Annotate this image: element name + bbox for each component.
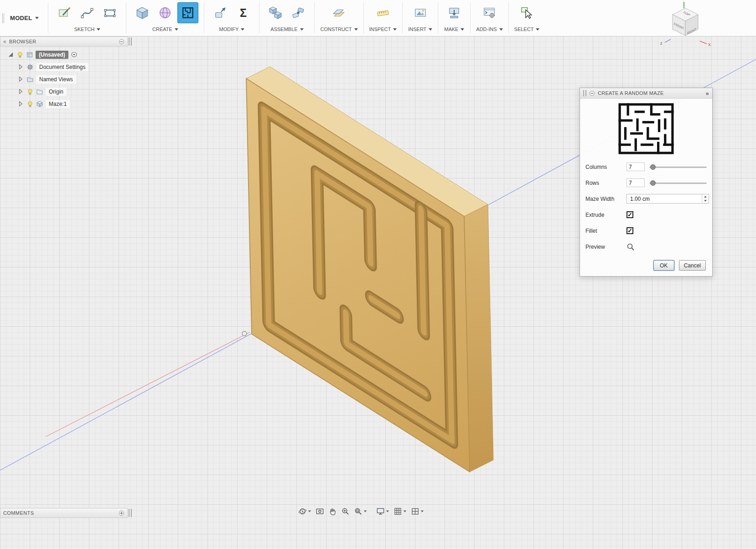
expand-comments-icon[interactable] <box>119 510 124 516</box>
maze-body[interactable] <box>246 67 493 472</box>
toolbar-grip[interactable] <box>2 13 4 23</box>
browser-item-label[interactable]: (Unsaved) <box>36 51 68 59</box>
fillet-label: Fillet <box>585 228 627 234</box>
collapse-panel-icon[interactable]: « <box>3 39 6 44</box>
menu-sketch[interactable]: SKETCH <box>74 24 101 33</box>
origin-marker[interactable] <box>242 331 247 336</box>
joint-button[interactable] <box>288 2 309 23</box>
columns-label: Columns <box>585 164 627 170</box>
visibility-bulb-icon[interactable] <box>16 51 24 58</box>
measure-button[interactable] <box>373 2 394 23</box>
maze-width-label: Maze Width <box>585 196 627 202</box>
menu-select[interactable]: SELECT <box>514 24 540 33</box>
menu-construct[interactable]: CONSTRUCT <box>320 24 357 33</box>
box-primitive-button[interactable] <box>132 2 153 23</box>
script-gear-icon <box>482 6 496 20</box>
activate-component-radio[interactable] <box>71 51 78 58</box>
dialog-grip[interactable] <box>583 90 586 96</box>
fillet-row: Fillet ✓ <box>585 223 707 239</box>
sketch-icon <box>57 6 71 20</box>
menu-insert[interactable]: INSERT <box>408 24 432 33</box>
pan-button[interactable] <box>326 505 339 518</box>
grid-snaps-button[interactable] <box>392 505 409 518</box>
spin-down-button[interactable] <box>702 199 709 204</box>
orbit-icon <box>298 507 307 516</box>
comments-panel-header[interactable]: COMMENTS <box>0 508 128 518</box>
look-at-button[interactable] <box>314 505 326 518</box>
preview-label: Preview <box>585 244 627 250</box>
collapsed-caret-icon[interactable] <box>17 88 24 95</box>
collapsed-caret-icon[interactable] <box>17 100 24 107</box>
maze-addin-button[interactable] <box>177 2 198 23</box>
collapsed-caret-icon[interactable] <box>17 63 24 70</box>
browser-item-label[interactable]: Maze:1 <box>46 100 70 108</box>
dialog-header[interactable]: CREATE A RANDOM MAZE » <box>580 88 712 99</box>
zoom-button[interactable] <box>339 505 352 518</box>
create-form-button[interactable] <box>155 2 176 23</box>
flyout-icon[interactable]: » <box>705 90 709 97</box>
construct-plane-button[interactable] <box>328 2 349 23</box>
menu-insert-label: INSERT <box>408 26 426 32</box>
workspace-switcher[interactable]: MODEL <box>6 0 48 36</box>
menu-create-label: CREATE <box>152 26 172 32</box>
viewcube[interactable]: TOP FRONT RIGHT X z <box>656 1 715 47</box>
slider-track <box>649 183 707 184</box>
browser-panel-header[interactable]: « BROWSER <box>0 37 128 47</box>
menu-create[interactable]: CREATE <box>152 24 178 33</box>
spline-button[interactable] <box>77 2 98 23</box>
menu-addins[interactable]: ADD-INS <box>476 24 502 33</box>
toolbar-group-make: MAKE <box>438 0 470 36</box>
expanded-caret-icon[interactable] <box>7 51 14 58</box>
menu-make[interactable]: MAKE <box>444 24 464 33</box>
collapse-dialog-icon[interactable] <box>589 90 595 96</box>
spin-up-button[interactable] <box>702 194 709 199</box>
comments-panel-grip[interactable] <box>129 509 132 517</box>
insert-image-button[interactable] <box>410 2 431 23</box>
new-component-button[interactable] <box>265 2 286 23</box>
x-axis-label: X <box>708 42 711 47</box>
select-button[interactable] <box>516 2 537 23</box>
create-sketch-button[interactable] <box>54 2 75 23</box>
browser-item-document-settings[interactable]: Document Settings <box>0 61 132 73</box>
viewports-button[interactable] <box>409 505 426 518</box>
columns-row: Columns <box>585 159 707 175</box>
menu-inspect[interactable]: INSPECT <box>369 24 397 33</box>
sigma-icon: Σ <box>240 7 247 19</box>
visibility-bulb-icon[interactable] <box>26 100 34 108</box>
columns-input[interactable] <box>627 162 645 171</box>
rows-slider[interactable] <box>649 180 707 186</box>
dialog-buttons: OK Cancel <box>580 256 712 276</box>
orbit-button[interactable] <box>296 505 313 518</box>
browser-item-named-views[interactable]: Named Views <box>0 73 132 85</box>
columns-slider[interactable] <box>649 164 707 170</box>
visibility-bulb-icon[interactable] <box>26 88 34 95</box>
rectangle-button[interactable] <box>99 2 120 23</box>
change-parameters-button[interactable]: Σ <box>233 2 254 23</box>
browser-item-label[interactable]: Origin <box>46 88 67 96</box>
maze-width-input[interactable] <box>629 195 702 203</box>
slider-knob[interactable] <box>650 180 656 186</box>
extrude-checkbox[interactable]: ✓ <box>627 211 633 218</box>
cancel-button[interactable]: Cancel <box>679 260 706 271</box>
make-button[interactable] <box>444 2 465 23</box>
slider-knob[interactable] <box>650 164 656 170</box>
chevron-down-icon <box>461 28 464 31</box>
browser-item-root[interactable]: (Unsaved) <box>0 48 132 61</box>
zoom-window-button[interactable] <box>352 505 369 518</box>
browser-item-origin[interactable]: Origin <box>0 85 132 98</box>
fillet-checkbox[interactable]: ✓ <box>627 227 633 234</box>
menu-assemble[interactable]: ASSEMBLE <box>270 24 303 33</box>
browser-item-maze[interactable]: Maze:1 <box>0 98 132 110</box>
minimize-panel-icon[interactable] <box>119 39 124 45</box>
browser-panel-grip[interactable] <box>129 37 132 46</box>
ok-button[interactable]: OK <box>653 260 674 271</box>
magnifier-icon[interactable] <box>627 243 635 251</box>
display-settings-button[interactable] <box>374 505 391 518</box>
rows-input[interactable] <box>627 178 645 187</box>
collapsed-caret-icon[interactable] <box>17 76 24 83</box>
press-pull-button[interactable] <box>210 2 231 23</box>
browser-item-label[interactable]: Document Settings <box>36 63 88 71</box>
scripts-addins-button[interactable] <box>479 2 500 23</box>
browser-item-label[interactable]: Named Views <box>36 75 76 84</box>
menu-modify[interactable]: MODIFY <box>219 24 245 33</box>
